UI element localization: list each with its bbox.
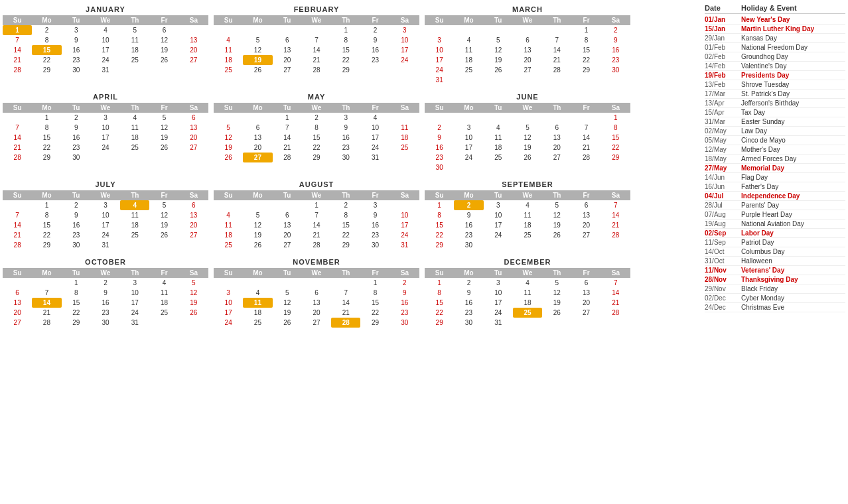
- holiday-row: 02/SepLabor Day: [705, 229, 845, 238]
- calendar-day: 31: [120, 318, 149, 328]
- day-header-mo: Mo: [243, 190, 272, 200]
- calendar-day: 25: [484, 153, 513, 162]
- calendar-day: 2: [425, 123, 454, 133]
- calendar-day: 20: [179, 45, 208, 55]
- calendar-day: [484, 162, 513, 172]
- calendar-day: 19: [243, 55, 272, 65]
- calendar-day: 21: [331, 308, 360, 318]
- holiday-row: 02/DecCyber Monday: [705, 294, 845, 303]
- holiday-event: Halloween: [741, 257, 845, 265]
- calendar-day: 1: [360, 278, 389, 288]
- calendar-day: 30: [390, 318, 419, 328]
- holidays-panel: Date Holiday & Event 01/JanNew Year's Da…: [699, 4, 845, 328]
- calendar-day: 10: [91, 210, 120, 220]
- calendar-day: 14: [32, 298, 61, 308]
- calendar-day: 17: [214, 308, 243, 318]
- calendar-day: 10: [484, 210, 513, 220]
- day-header-fr: Fr: [571, 268, 601, 278]
- month-block-october: OCTOBERSuMoTuWeThFrSa1234567891011121314…: [3, 257, 208, 328]
- calendar-day: 27: [513, 65, 542, 75]
- calendar-day: 10: [390, 210, 419, 220]
- calendar-day: 25: [454, 65, 483, 75]
- holiday-row: 07/AugPurple Heart Day: [705, 210, 845, 220]
- calendar-day: [454, 162, 483, 172]
- holiday-row: 19/AugNational Aviation Day: [705, 220, 845, 229]
- calendar-day: 10: [360, 123, 389, 133]
- month-title: MAY: [214, 92, 419, 103]
- calendar-day: 25: [120, 230, 149, 240]
- holiday-row: 11/SepPatriot Day: [705, 238, 845, 247]
- calendar-day: 18: [149, 298, 178, 308]
- calendar-day: 2: [390, 278, 419, 288]
- day-header-su: Su: [214, 268, 243, 278]
- month-title: OCTOBER: [3, 257, 208, 268]
- calendar-day: 3: [91, 200, 120, 210]
- calendar-day: 18: [214, 55, 243, 65]
- calendar-day: 15: [62, 298, 91, 308]
- calendar-day: 12: [179, 288, 208, 298]
- day-header-tu: Tu: [484, 15, 513, 25]
- day-header-we: We: [302, 190, 331, 200]
- calendar-day: 3: [91, 113, 120, 123]
- calendar-day: 14: [302, 220, 331, 230]
- calendar-day: 9: [62, 210, 91, 220]
- day-header-tu: Tu: [484, 268, 513, 278]
- calendar-day: 19: [243, 230, 272, 240]
- holiday-date: 11/Nov: [705, 267, 741, 274]
- calendar-day: [32, 278, 61, 288]
- holiday-event: Christmas Eve: [741, 304, 845, 311]
- calendar-day: 3: [120, 278, 149, 288]
- calendar-day: 26: [273, 318, 302, 328]
- holiday-event: Thanksgiving Day: [741, 276, 845, 283]
- month-grid: SuMoTuWeThFrSa12345678910111213141516171…: [214, 190, 419, 250]
- calendar-day: 28: [273, 153, 302, 162]
- calendar-day: [179, 25, 208, 35]
- calendar-day: 7: [3, 35, 32, 45]
- calendar-day: 1: [273, 113, 302, 123]
- calendar-day: 28: [3, 240, 32, 250]
- calendar-day: 25: [214, 65, 243, 75]
- day-header-mo: Mo: [454, 268, 483, 278]
- holiday-event: Presidents Day: [741, 72, 845, 79]
- calendar-day: 3: [331, 113, 360, 123]
- holiday-event: Kansas Day: [741, 34, 845, 42]
- calendar-day: 14: [302, 45, 331, 55]
- calendar-day: [91, 153, 120, 162]
- month-title: DECEMBER: [425, 257, 630, 268]
- calendar-day: 7: [3, 210, 32, 220]
- calendar-day: 8: [32, 123, 61, 133]
- calendar-day: 10: [91, 123, 120, 133]
- calendar-day: [179, 240, 208, 250]
- day-header-su: Su: [214, 190, 243, 200]
- calendar-day: [243, 200, 272, 210]
- holiday-event: Jefferson's Birthday: [741, 99, 845, 107]
- holiday-event: Patriot Day: [741, 239, 845, 246]
- calendar-day: 19: [179, 298, 208, 308]
- day-header-fr: Fr: [571, 190, 601, 200]
- calendar-day: 22: [331, 230, 360, 240]
- calendar-day: 16: [601, 45, 630, 55]
- month-title: AUGUST: [214, 179, 419, 190]
- day-header-we: We: [91, 15, 120, 25]
- calendar-day: 27: [3, 318, 32, 328]
- calendar-day: 3: [484, 200, 513, 210]
- calendar-day: 26: [542, 230, 571, 240]
- holiday-event: Valentine's Day: [741, 62, 845, 70]
- calendar-day: 15: [302, 133, 331, 143]
- calendar-day: 22: [302, 143, 331, 153]
- calendar-day: 2: [32, 25, 61, 35]
- calendar-day: 5: [513, 123, 542, 133]
- holiday-date: 29/Nov: [705, 285, 741, 292]
- calendar-day: 13: [179, 35, 208, 45]
- day-header-we: We: [302, 15, 331, 25]
- calendar-day: 15: [425, 298, 454, 308]
- calendar-day: 23: [62, 55, 91, 65]
- calendar-day: 14: [273, 133, 302, 143]
- calendar-day: 30: [425, 162, 454, 172]
- calendar-day: 27: [571, 308, 601, 318]
- holiday-event: Veterans' Day: [741, 267, 845, 274]
- calendars-section: JANUARYSuMoTuWeThFrSa1234567891011121314…: [3, 4, 699, 328]
- holiday-date: 27/May: [705, 164, 741, 172]
- calendar-day: [179, 65, 208, 75]
- month-block-january: JANUARYSuMoTuWeThFrSa1234567891011121314…: [3, 4, 208, 85]
